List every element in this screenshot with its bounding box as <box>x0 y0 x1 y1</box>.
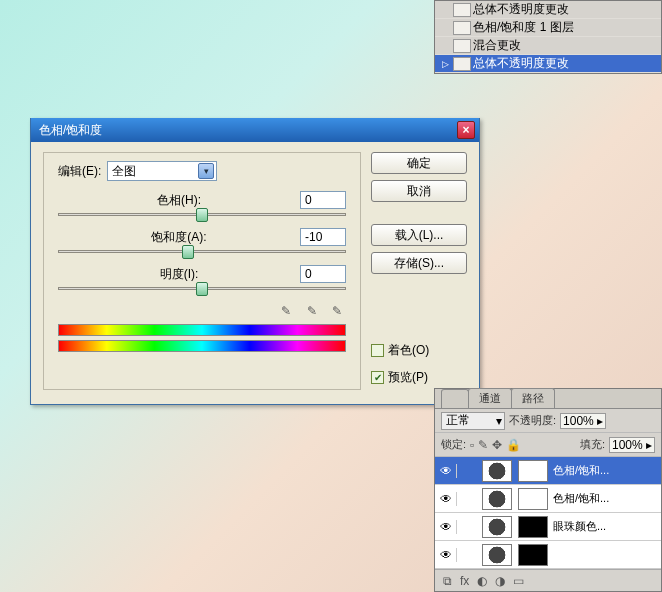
close-icon[interactable]: × <box>457 121 475 139</box>
saturation-input[interactable] <box>300 228 346 246</box>
link-layers-icon[interactable]: ⧉ <box>443 574 452 588</box>
history-step-label: 总体不透明度更改 <box>473 1 661 18</box>
hue-input[interactable] <box>300 191 346 209</box>
saturation-label: 饱和度(A): <box>58 229 300 246</box>
lightness-slider[interactable] <box>58 287 346 290</box>
layer-mask-thumb[interactable] <box>518 516 548 538</box>
fill-value: 100% <box>612 438 643 452</box>
tab-channels[interactable]: 通道 <box>468 388 512 408</box>
lock-icons-group: ▫ ✎ ✥ 🔒 <box>470 438 576 452</box>
saturation-slider[interactable] <box>58 250 346 253</box>
opacity-value: 100% <box>563 414 594 428</box>
layers-panel-footer: ⧉ fx ◐ ◑ ▭ <box>435 569 661 591</box>
hue-saturation-dialog: 色相/饱和度 × 编辑(E): 全图 ▾ 色相(H): <box>30 118 480 405</box>
dialog-titlebar[interactable]: 色相/饱和度 × <box>31 118 479 142</box>
history-step-icon <box>453 3 471 17</box>
history-panel: 总体不透明度更改 色相/饱和度 1 图层 混合更改 ▷ 总体不透明度更改 <box>434 0 662 74</box>
history-item[interactable]: 混合更改 <box>435 37 661 55</box>
layer-mask-thumb[interactable] <box>518 488 548 510</box>
adjustment-icon <box>482 488 512 510</box>
hue-spectrum-bottom <box>58 340 346 352</box>
history-step-icon <box>453 57 471 71</box>
load-button[interactable]: 载入(L)... <box>371 224 467 246</box>
history-step-label: 混合更改 <box>473 37 661 54</box>
chevron-down-icon: ▾ <box>496 414 502 428</box>
lock-all-icon[interactable]: 🔒 <box>506 438 521 452</box>
lock-paint-icon[interactable]: ✎ <box>478 438 488 452</box>
hue-slider[interactable] <box>58 213 346 216</box>
history-step-label: 总体不透明度更改 <box>473 55 661 72</box>
blend-mode-value: 正常 <box>446 412 470 429</box>
layer-name[interactable]: 眼珠颜色... <box>551 519 661 534</box>
layer-mask-thumb[interactable] <box>518 460 548 482</box>
adjustment-layer-icon[interactable]: ◑ <box>495 574 505 588</box>
tab-layers[interactable]: x <box>441 389 469 408</box>
opacity-input[interactable]: 100% ▸ <box>560 413 606 429</box>
layers-panel: x 通道 路径 正常 ▾ 不透明度: 100% ▸ 锁定: ▫ ✎ ✥ 🔒 填充… <box>434 388 662 592</box>
chevron-right-icon: ▸ <box>597 414 603 428</box>
visibility-toggle-icon[interactable]: 👁 <box>435 464 457 478</box>
lock-position-icon[interactable]: ✥ <box>492 438 502 452</box>
dialog-content-group: 编辑(E): 全图 ▾ 色相(H): 饱和度(A): <box>43 152 361 390</box>
adjustment-icon <box>482 544 512 566</box>
edit-channel-value: 全图 <box>112 163 136 180</box>
chevron-right-icon: ▸ <box>646 438 652 452</box>
history-current-icon: ▷ <box>439 59 451 69</box>
lock-label: 锁定: <box>441 437 466 452</box>
saturation-slider-thumb[interactable] <box>182 245 194 259</box>
ok-button[interactable]: 确定 <box>371 152 467 174</box>
chevron-down-icon: ▾ <box>198 163 214 179</box>
adjustment-icon <box>482 516 512 538</box>
history-item[interactable]: ▷ 总体不透明度更改 <box>435 55 661 73</box>
hue-spectrum-top <box>58 324 346 336</box>
visibility-toggle-icon[interactable]: 👁 <box>435 520 457 534</box>
lightness-slider-thumb[interactable] <box>196 282 208 296</box>
layer-row[interactable]: 👁 色相/饱和... <box>435 457 661 485</box>
cancel-button[interactable]: 取消 <box>371 180 467 202</box>
history-step-icon <box>453 39 471 53</box>
layer-name[interactable]: 色相/饱和... <box>551 463 661 478</box>
blend-mode-select[interactable]: 正常 ▾ <box>441 412 505 430</box>
history-item[interactable]: 总体不透明度更改 <box>435 1 661 19</box>
visibility-toggle-icon[interactable]: 👁 <box>435 548 457 562</box>
lightness-label: 明度(I): <box>58 266 300 283</box>
lightness-input[interactable] <box>300 265 346 283</box>
history-step-label: 色相/饱和度 1 图层 <box>473 19 661 36</box>
eyedropper-minus-icon[interactable]: ✎ <box>328 302 346 320</box>
colorize-label: 着色(O) <box>388 342 429 359</box>
fill-input[interactable]: 100% ▸ <box>609 437 655 453</box>
edit-channel-select[interactable]: 全图 ▾ <box>107 161 217 181</box>
dialog-title: 色相/饱和度 <box>39 122 457 139</box>
layer-row[interactable]: 👁 眼珠颜色... <box>435 513 661 541</box>
colorize-checkbox[interactable] <box>371 344 384 357</box>
tab-paths[interactable]: 路径 <box>511 388 555 408</box>
history-item[interactable]: 色相/饱和度 1 图层 <box>435 19 661 37</box>
fill-label: 填充: <box>580 437 605 452</box>
preview-label: 预览(P) <box>388 369 428 386</box>
history-step-icon <box>453 21 471 35</box>
layer-mask-thumb[interactable] <box>518 544 548 566</box>
layer-mask-icon[interactable]: ◐ <box>477 574 487 588</box>
opacity-label: 不透明度: <box>509 413 556 428</box>
hue-label: 色相(H): <box>58 192 300 209</box>
hue-slider-thumb[interactable] <box>196 208 208 222</box>
layer-row[interactable]: 👁 色相/饱和... <box>435 485 661 513</box>
preview-checkbox[interactable]: ✔ <box>371 371 384 384</box>
adjustment-icon <box>482 460 512 482</box>
visibility-toggle-icon[interactable]: 👁 <box>435 492 457 506</box>
eyedropper-icon[interactable]: ✎ <box>277 302 295 320</box>
layers-list: 👁 色相/饱和... 👁 色相/饱和... 👁 眼珠颜色... 👁 <box>435 457 661 569</box>
panel-tabs: x 通道 路径 <box>435 389 661 409</box>
layer-row[interactable]: 👁 <box>435 541 661 569</box>
edit-label: 编辑(E): <box>58 163 101 180</box>
layer-name[interactable]: 色相/饱和... <box>551 491 661 506</box>
lock-transparent-icon[interactable]: ▫ <box>470 438 474 452</box>
eyedropper-plus-icon[interactable]: ✎ <box>303 302 321 320</box>
save-button[interactable]: 存储(S)... <box>371 252 467 274</box>
layer-style-icon[interactable]: fx <box>460 574 469 588</box>
group-icon[interactable]: ▭ <box>513 574 524 588</box>
